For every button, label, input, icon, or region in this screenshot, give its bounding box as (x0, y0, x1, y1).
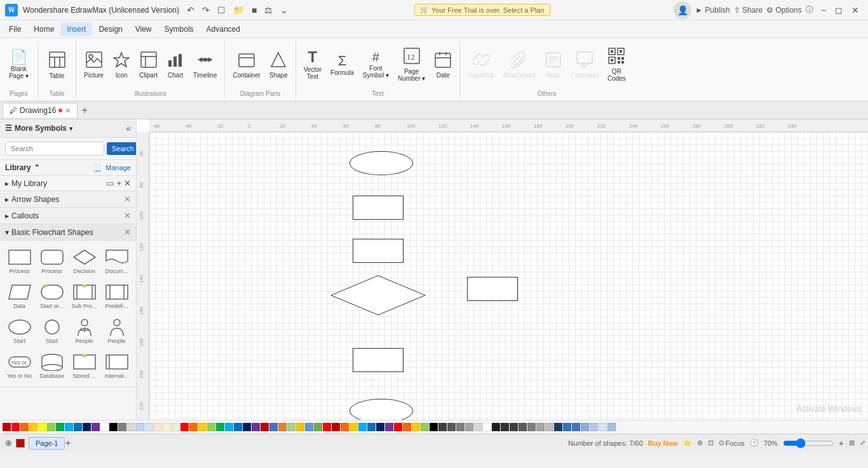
color-swatch[interactable] (225, 423, 233, 431)
menu-file[interactable]: File (3, 22, 27, 36)
color-swatch[interactable] (456, 423, 465, 431)
buy-now-link[interactable]: Buy Now (648, 439, 678, 447)
tab-close-icon[interactable]: ✕ (65, 107, 71, 115)
save-button[interactable]: ■ (249, 4, 259, 17)
color-swatch[interactable] (269, 423, 278, 431)
table-button[interactable]: Table (44, 48, 70, 82)
drawing-tab[interactable]: 🖊 Drawing16 ✕ (3, 103, 78, 117)
color-swatch[interactable] (100, 423, 109, 431)
shape-button[interactable]: Shape (266, 49, 292, 81)
shape-start-ellipse[interactable]: Start (5, 316, 34, 347)
search-input[interactable] (5, 142, 104, 156)
color-swatch[interactable] (465, 423, 473, 431)
icon-button[interactable]: Icon (109, 49, 134, 81)
shape-decision[interactable]: Decision (70, 246, 98, 277)
color-swatch[interactable] (447, 423, 456, 431)
comment-button[interactable]: Comment (567, 49, 602, 81)
color-swatch[interactable] (358, 423, 367, 431)
color-swatch[interactable] (590, 423, 598, 431)
maximize-button[interactable]: ◻ (831, 4, 846, 17)
color-swatch[interactable] (385, 423, 393, 431)
add-tab-button[interactable]: + (79, 105, 90, 116)
color-swatch[interactable] (287, 423, 295, 431)
color-swatch[interactable] (278, 423, 287, 431)
shape-startor[interactable]: Start or... (37, 281, 66, 312)
new-tab-button[interactable]: ☐ (215, 4, 228, 17)
color-swatch[interactable] (421, 423, 429, 431)
color-swatch[interactable] (314, 423, 322, 431)
color-swatch[interactable] (492, 423, 500, 431)
basic-flowchart-section[interactable]: ▾ Basic Flowchart Shapes ✕ (0, 224, 136, 241)
color-swatch[interactable] (519, 423, 527, 431)
canvas-area[interactable]: -60 -40 -20 0 20 40 60 80 100 120 140 16… (137, 119, 868, 420)
color-swatch[interactable] (261, 423, 269, 431)
zoom-slider[interactable] (783, 438, 834, 448)
blank-page-button[interactable]: 📄 BlankPage ▾ (5, 48, 32, 82)
color-swatch[interactable] (127, 423, 135, 431)
color-swatch[interactable] (180, 423, 189, 431)
color-swatch[interactable] (216, 423, 224, 431)
color-swatch[interactable] (376, 423, 384, 431)
chart-button[interactable]: Chart (163, 49, 188, 81)
color-swatch[interactable] (29, 423, 37, 431)
shape-yes-no[interactable]: Yes or Yes or No (5, 351, 34, 382)
search-button[interactable]: Search (107, 142, 137, 155)
focus-button[interactable]: ⊙ Focus (719, 439, 745, 447)
color-swatch[interactable] (599, 423, 607, 431)
qr-codes-button[interactable]: QRCodes (604, 45, 630, 84)
color-swatch[interactable] (501, 423, 509, 431)
my-library-row[interactable]: ▸ My Library ▭ + ✕ (0, 176, 136, 191)
color-swatch[interactable] (234, 423, 242, 431)
shape-process-2[interactable]: Process (37, 246, 66, 277)
color-swatch[interactable] (252, 423, 260, 431)
color-swatch[interactable] (296, 423, 304, 431)
color-swatch[interactable] (198, 423, 207, 431)
color-swatch[interactable] (483, 423, 491, 431)
color-swatch-red[interactable] (16, 439, 25, 448)
shape-subprocess[interactable]: Sub Pro... (70, 281, 98, 312)
canvas-shape-oval-bottom[interactable] (349, 399, 413, 420)
shape-process-1[interactable]: Process (5, 246, 34, 277)
color-swatch[interactable] (11, 423, 20, 431)
color-swatch[interactable] (83, 423, 91, 431)
color-swatch[interactable] (394, 423, 402, 431)
color-swatch[interactable] (243, 423, 251, 431)
menu-design[interactable]: Design (92, 22, 128, 36)
color-swatch[interactable] (56, 423, 64, 431)
fit-to-screen-button[interactable]: ⊞ (849, 439, 855, 447)
picture-button[interactable]: Picture (80, 49, 107, 81)
shape-predefined[interactable]: Predefi... (102, 281, 131, 312)
color-swatch[interactable] (332, 423, 340, 431)
menu-advanced[interactable]: Advanced (200, 22, 247, 36)
add-page-button[interactable]: + (65, 438, 71, 449)
shape-people-2[interactable]: People (102, 316, 131, 347)
share-button[interactable]: ⇧ Share (734, 6, 763, 15)
color-swatch[interactable] (109, 423, 118, 431)
date-button[interactable]: Date (430, 49, 456, 81)
color-swatch[interactable] (118, 423, 126, 431)
color-swatch[interactable] (172, 423, 180, 431)
page-number-button[interactable]: 12 PageNumber ▾ (394, 45, 429, 84)
menu-insert[interactable]: Insert (60, 22, 92, 36)
color-swatch[interactable] (38, 423, 46, 431)
color-swatch[interactable] (341, 423, 349, 431)
formula-button[interactable]: Σ Formula (327, 51, 358, 79)
my-library-add-button[interactable]: + (116, 178, 121, 188)
color-swatch[interactable] (572, 423, 580, 431)
callouts-section[interactable]: ▸ Callouts ✕ (0, 208, 136, 224)
zoom-out-button[interactable]: 🕐 (750, 439, 759, 447)
canvas-shape-rect-right[interactable] (467, 277, 518, 301)
arrow-shapes-close-button[interactable]: ✕ (124, 194, 131, 204)
color-swatch[interactable] (607, 423, 616, 431)
container-button[interactable]: Container (229, 49, 264, 81)
forward-button[interactable]: ↷ (200, 4, 212, 17)
more-button[interactable]: ⌄ (278, 4, 290, 17)
arrow-shapes-section[interactable]: ▸ Arrow Shapes ✕ (0, 191, 136, 208)
menu-symbols[interactable]: Symbols (158, 22, 200, 36)
shape-people-1[interactable]: People (70, 316, 98, 347)
color-swatch[interactable] (92, 423, 100, 431)
color-swatch[interactable] (527, 423, 536, 431)
color-swatch[interactable] (47, 423, 55, 431)
color-swatch[interactable] (563, 423, 571, 431)
color-swatch[interactable] (412, 423, 420, 431)
